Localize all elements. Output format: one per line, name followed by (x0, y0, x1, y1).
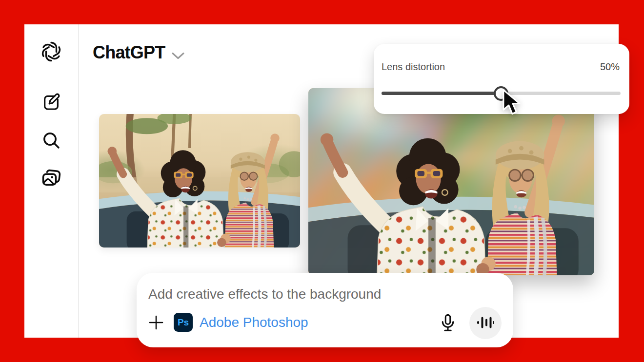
sidebar-divider (78, 24, 79, 338)
compose-icon (41, 92, 61, 113)
photoshop-app-chip[interactable]: Ps Adobe Photoshop (174, 313, 308, 332)
lens-distortion-label: Lens distortion (382, 61, 445, 73)
lens-panel-header: Lens distortion 50% (382, 61, 620, 73)
photoshop-app-name: Adobe Photoshop (200, 315, 308, 330)
openai-logo-button[interactable] (39, 40, 63, 64)
promo-canvas: { "frame": { "color": "#e30b00" }, "head… (0, 0, 644, 362)
search-icon (41, 131, 61, 152)
microphone-icon (439, 327, 457, 335)
page-title: ChatGPT (93, 42, 165, 63)
search-button[interactable] (41, 131, 61, 151)
scene-woman-right (476, 114, 565, 275)
prompt-input[interactable]: Add creative effects to the background (148, 286, 381, 302)
photo-original (99, 114, 300, 248)
voice-mode-button[interactable] (469, 307, 502, 339)
plus-icon (148, 324, 164, 332)
lens-distortion-panel: Lens distortion 50% (374, 44, 629, 114)
slider-fill (382, 92, 501, 95)
lens-distortion-value: 50% (600, 61, 620, 73)
photo-edited-scene (308, 88, 594, 275)
openai-logo-icon (40, 40, 63, 65)
images-library-icon (40, 168, 62, 191)
photo-edited (308, 88, 594, 275)
chevron-down-icon (172, 44, 184, 64)
library-button[interactable] (40, 168, 62, 190)
photo-original-scene (99, 114, 300, 248)
voice-waveform-icon (476, 315, 495, 332)
model-picker[interactable]: ChatGPT (93, 41, 184, 64)
dictate-button[interactable] (438, 313, 458, 333)
new-chat-button[interactable] (41, 93, 61, 112)
photoshop-badge: Ps (174, 313, 193, 332)
prompt-composer[interactable]: Add creative effects to the background P… (137, 273, 513, 347)
slider-thumb[interactable] (494, 86, 508, 101)
attach-button[interactable] (148, 315, 164, 330)
lens-distortion-slider[interactable] (382, 86, 621, 100)
